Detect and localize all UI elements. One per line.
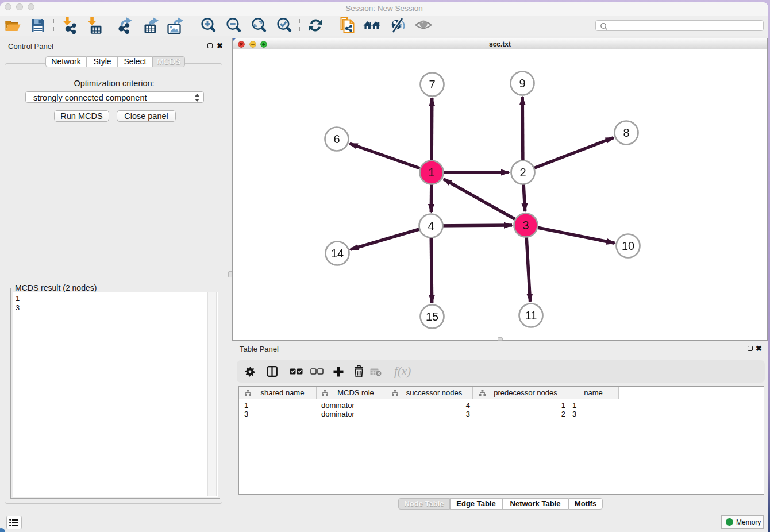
svg-text:1: 1: [428, 166, 434, 179]
svg-text:8: 8: [623, 126, 629, 139]
svg-text:11: 11: [525, 309, 537, 322]
svg-text:10: 10: [622, 240, 634, 252]
svg-text:3: 3: [522, 219, 529, 232]
svg-text:2: 2: [519, 166, 526, 179]
svg-text:9: 9: [519, 77, 525, 90]
svg-text:14: 14: [331, 247, 344, 260]
svg-text:7: 7: [429, 78, 435, 91]
svg-text:4: 4: [428, 219, 434, 232]
svg-text:6: 6: [333, 133, 340, 145]
svg-text:15: 15: [426, 310, 438, 323]
